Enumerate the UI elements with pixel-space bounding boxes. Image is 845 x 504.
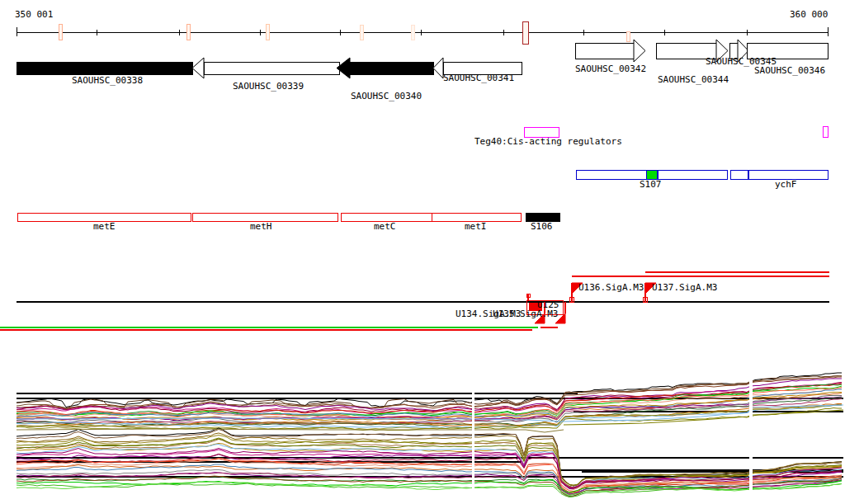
tss-label-u136: U136.SigA.M3	[578, 283, 644, 293]
gene-arrow-saouhsc_00339[interactable]	[204, 62, 339, 74]
ruler-marker[interactable]	[266, 24, 269, 40]
ruler-marker[interactable]	[626, 31, 630, 41]
forward-strand-profiles-trace	[17, 376, 842, 409]
gene-arrow-saouhsc_00340[interactable]	[350, 62, 433, 74]
gene-arrow-saouhsc_00340-head[interactable]	[337, 58, 350, 78]
gene-arrow-saouhsc_00342-head[interactable]	[634, 40, 645, 62]
tss-label-u137: U137.SigA.M3	[652, 283, 717, 293]
ruler-marker[interactable]	[522, 21, 528, 44]
feature-label-ychf: ychF	[775, 180, 797, 190]
ruler-start-label: 350 001	[15, 10, 53, 20]
gene-label-saouhsc-00342: SAOUHSC_00342	[575, 64, 646, 74]
feature-label-metc: metC	[374, 222, 396, 232]
met-gene-box[interactable]	[341, 213, 432, 221]
feature-label-meti: metI	[465, 222, 487, 232]
gene-arrow-saouhsc_00338[interactable]	[17, 62, 192, 74]
gene-label-saouhsc-00341: SAOUHSC_00341	[443, 73, 514, 83]
khaki-profile	[17, 429, 564, 432]
gene-arrow-saouhsc_00342[interactable]	[575, 43, 634, 59]
gene-label-saouhsc-00339: SAOUHSC_00339	[233, 82, 304, 92]
forward-strand-profiles-trace	[17, 383, 842, 413]
missing-data-gap	[749, 365, 753, 495]
gene-label-saouhsc-00338: SAOUHSC_00338	[72, 76, 143, 86]
met-gene-box[interactable]	[192, 213, 338, 221]
met-gene-box[interactable]	[17, 213, 191, 221]
teg40-region-box[interactable]	[823, 126, 828, 137]
gene-label-saouhsc-00344: SAOUHSC_00344	[658, 75, 729, 85]
feature-label-meth: metH	[250, 222, 272, 232]
tss-label-u135: U135.SigA.M3	[493, 309, 558, 319]
genome-browser-view: 350 001 360 000 SAOUHSC_00338 SAOUHSC_00…	[0, 0, 845, 504]
met-gene-box[interactable]	[432, 213, 521, 221]
ruler-marker[interactable]	[411, 25, 414, 40]
gene-arrow-saouhsc_00341-head[interactable]	[433, 58, 443, 78]
teg40-regulator-label: Teg40:Cis-acting regulators	[474, 137, 622, 147]
tss-label-u125: U125	[537, 300, 559, 310]
ruler-marker[interactable]	[360, 25, 363, 40]
gene-arrow-saouhsc_00339-head[interactable]	[192, 58, 204, 78]
blue-feature-box[interactable]	[730, 170, 828, 179]
ruler-marker[interactable]	[59, 24, 62, 40]
missing-data-gap	[472, 373, 474, 495]
feature-label-mete: metE	[93, 222, 116, 232]
s106-box[interactable]	[526, 213, 559, 221]
green-subfeature-box[interactable]	[646, 170, 657, 179]
gene-label-saouhsc-00346: SAOUHSC_00346	[754, 66, 825, 76]
feature-label-s107: S107	[640, 180, 662, 190]
ruler-end-label: 360 000	[790, 10, 828, 20]
ruler-marker[interactable]	[186, 24, 190, 40]
feature-label-s106: S106	[531, 222, 553, 232]
gene-label-saouhsc-00340: SAOUHSC_00340	[351, 92, 422, 101]
